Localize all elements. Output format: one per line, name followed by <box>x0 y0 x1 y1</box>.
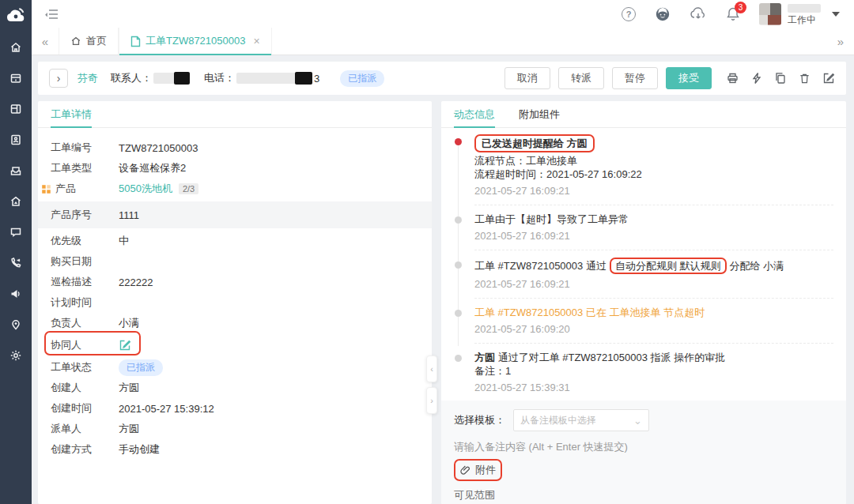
field-plan-time: 计划时间 <box>38 292 432 313</box>
user-status: 工作中 <box>788 15 816 24</box>
cancel-button[interactable]: 取消 <box>504 67 550 89</box>
visibility-label: 可见范围 <box>454 488 833 502</box>
sidebar-item-callback[interactable] <box>0 247 32 278</box>
transfer-button[interactable]: 转派 <box>558 67 604 89</box>
app-logo-cloud-icon <box>0 0 32 29</box>
tab-workorder-detail[interactable]: 工单详情 <box>51 101 92 127</box>
sidebar-nav <box>0 29 32 370</box>
tab-addons[interactable]: 附加组件 <box>519 101 560 127</box>
annotation-box-rule: 自动分配规则 默认规则 <box>610 258 727 274</box>
edit-icon[interactable] <box>822 72 835 85</box>
timeline-item-5: 方圆 通过了对工单 #TZW8721050003 指派 操作的审批 备注：1 2… <box>441 351 833 394</box>
expand-panel-button[interactable]: › <box>49 69 68 88</box>
timeline-separator <box>474 298 833 299</box>
timeline-item-2: 工单由于【超时】导致了工单异常 2021-05-27 16:09:21 <box>441 213 833 243</box>
customer-service-icon[interactable] <box>655 6 671 22</box>
tabs-scroll-right[interactable]: » <box>827 28 854 55</box>
workorder-toolbar: › 芬奇 联系人： 电话： 3 已指派 取消 转派 暂停 接受 <box>38 62 846 95</box>
flash-icon[interactable] <box>751 72 762 85</box>
annotation-box-attachment: 附件 <box>454 459 502 481</box>
collapse-menu-icon[interactable] <box>44 9 59 20</box>
user-menu[interactable]: 工作中 <box>759 3 840 25</box>
print-icon[interactable] <box>726 72 739 85</box>
sidebar-item-location[interactable] <box>0 309 32 340</box>
timeline-separator <box>474 205 833 205</box>
timeline-dot <box>455 216 462 224</box>
timeline-item-3: 工单 #TZW8721050003 通过自动分配规则 默认规则分配给 小满 20… <box>441 258 833 291</box>
assigned-status-badge: 已指派 <box>340 70 384 87</box>
field-product: 产品 5050洗地机 2/3 <box>38 179 432 199</box>
timeline-item-1: 已发送超时提醒给 方圆 流程节点：工单池接单 流程超时时间：2021-05-27… <box>441 134 833 197</box>
contact-label: 联系人： <box>111 71 152 85</box>
contact-name-redacted <box>153 73 190 84</box>
timeline-time: 2021-05-27 15:39:31 <box>474 381 833 394</box>
detail-fields: 工单编号 TZW8721050003 工单类型 设备巡检保养2 产品 5050洗… <box>38 128 432 460</box>
field-collaborator: 协同人 <box>38 333 432 357</box>
caret-down-icon <box>832 12 840 17</box>
attachment-button[interactable]: 附件 <box>455 461 501 480</box>
timeline-dot <box>455 355 462 362</box>
sidebar-item-home[interactable] <box>0 32 32 62</box>
tab-activity-feed[interactable]: 动态信息 <box>454 101 495 127</box>
template-select[interactable]: 从备注模板中选择 ⌄ <box>513 409 649 431</box>
timeline-separator <box>474 250 833 250</box>
field-order-type: 工单类型 设备巡检保养2 <box>38 158 432 179</box>
timeline-separator <box>474 343 833 344</box>
product-count-badge: 2/3 <box>179 183 198 194</box>
field-owner: 负责人 小满 <box>38 313 432 333</box>
sidebar-item-settings[interactable] <box>0 340 32 370</box>
copy-icon[interactable] <box>774 72 787 85</box>
field-creator: 创建人 方圆 <box>38 378 432 398</box>
sidebar-item-announcement[interactable] <box>0 278 32 309</box>
tabs-scroll-left[interactable]: « <box>32 28 59 55</box>
sidebar-item-board[interactable] <box>0 93 32 124</box>
cloud-download-icon[interactable] <box>690 7 707 21</box>
edit-collaborator-icon[interactable] <box>119 339 131 352</box>
panel-collapse-left-handle[interactable]: ‹ <box>426 355 437 382</box>
timeline-time: 2021-05-27 16:09:21 <box>474 229 833 243</box>
product-grid-icon <box>41 184 51 194</box>
accept-button[interactable]: 接受 <box>666 67 712 89</box>
customer-name-link[interactable]: 芬奇 <box>77 71 98 85</box>
tab-workorder[interactable]: 工单TZW8721050003 × <box>119 28 272 55</box>
field-priority: 优先级 中 <box>38 231 432 251</box>
product-link[interactable]: 5050洗地机 <box>119 182 172 196</box>
field-dispatcher: 派单人 方圆 <box>38 419 432 439</box>
field-purchase-date: 购买日期 <box>38 251 432 272</box>
note-input[interactable]: 请输入备注内容 (Alt + Enter 快速提交) <box>454 440 833 454</box>
comment-composer: 选择模板： 从备注模板中选择 ⌄ 请输入备注内容 (Alt + Enter 快速… <box>441 401 846 504</box>
tab-strip: « 首页 工单TZW8721050003 × » <box>32 28 854 55</box>
activity-timeline: 已发送超时提醒给 方圆 流程节点：工单池接单 流程超时时间：2021-05-27… <box>441 128 846 394</box>
workorder-status-badge: 已指派 <box>119 359 163 376</box>
chevron-down-icon: ⌄ <box>633 415 642 427</box>
field-product-sn: 产品序号 1111 <box>38 201 432 228</box>
field-create-mode: 创建方式 手动创建 <box>38 439 432 460</box>
sidebar-item-contacts[interactable] <box>0 124 32 155</box>
timeline-time: 2021-05-27 16:09:21 <box>474 277 833 291</box>
workorder-detail-panel: 工单详情 工单编号 TZW8721050003 工单类型 设备巡检保养2 产品 <box>38 101 432 504</box>
phone-label: 电话： <box>204 71 235 85</box>
trash-icon[interactable] <box>799 72 811 85</box>
field-inspect-desc: 巡检描述 222222 <box>38 272 432 292</box>
panel-collapse-right-handle[interactable]: › <box>426 387 437 414</box>
top-header: ? 3 工作中 <box>32 0 854 28</box>
tab-home[interactable]: 首页 <box>59 28 119 55</box>
tab-home-label: 首页 <box>86 34 107 48</box>
field-order-no: 工单编号 TZW8721050003 <box>38 137 432 158</box>
bell-badge: 3 <box>735 2 746 13</box>
sidebar-item-work-orders[interactable] <box>0 62 32 93</box>
sidebar-item-order-pool[interactable] <box>0 155 32 186</box>
timeline-dot-red <box>455 138 462 145</box>
activity-panel: 动态信息 附加组件 已发送超时提醒给 方圆 流程节点：工单池接单 流程超时时间：… <box>441 101 846 504</box>
sidebar-item-warehouse[interactable] <box>0 186 32 216</box>
sidebar-item-messages[interactable] <box>0 216 32 247</box>
content-panels: 工单详情 工单编号 TZW8721050003 工单类型 设备巡检保养2 产品 <box>38 101 846 504</box>
phone-number-redacted <box>236 73 312 84</box>
tab-close-icon[interactable]: × <box>253 35 259 47</box>
help-icon[interactable]: ? <box>622 7 636 21</box>
notification-bell-icon[interactable]: 3 <box>726 6 740 21</box>
pause-button[interactable]: 暂停 <box>612 67 658 89</box>
paperclip-icon <box>460 465 471 476</box>
phone-visible-digit: 3 <box>314 73 319 85</box>
sidebar <box>0 0 32 504</box>
